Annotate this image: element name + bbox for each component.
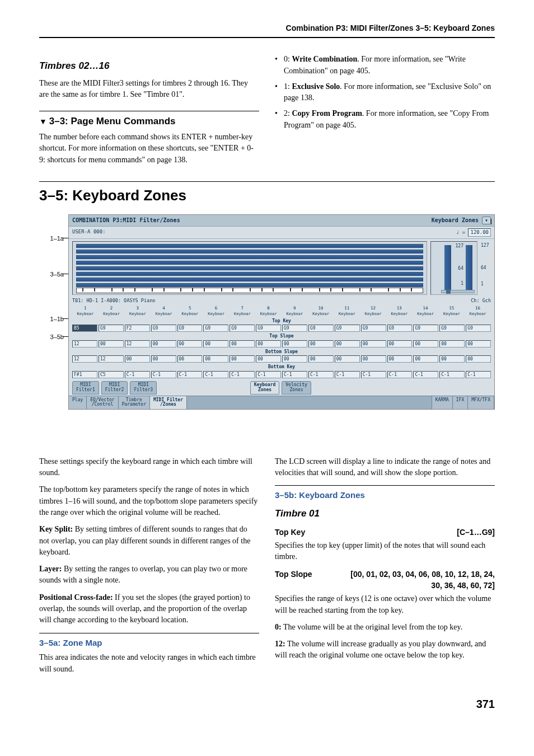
param-field[interactable]: 00: [335, 355, 360, 363]
param-field[interactable]: G9: [335, 325, 360, 332]
param-field[interactable]: 00: [308, 355, 334, 363]
param-field[interactable]: C-1: [439, 371, 465, 378]
track-number: 12: [360, 306, 386, 312]
param-field[interactable]: 12: [72, 355, 97, 363]
main-tab[interactable]: Timbre Parameter: [119, 396, 150, 410]
param-field[interactable]: G9: [256, 325, 281, 332]
param-field[interactable]: 00: [413, 355, 438, 363]
param-field[interactable]: G9: [387, 325, 413, 332]
param-field[interactable]: 00: [177, 355, 203, 363]
param-field[interactable]: 00: [151, 355, 176, 363]
param-field[interactable]: G9: [439, 325, 465, 332]
param-field[interactable]: C5: [99, 371, 124, 378]
param-field[interactable]: 12: [125, 340, 150, 348]
track-number: 1: [72, 306, 99, 312]
param-field[interactable]: G9: [308, 325, 334, 332]
tempo-value[interactable]: 120.00: [468, 228, 491, 237]
track-label: Keyboar: [151, 311, 177, 317]
param-field[interactable]: C-1: [151, 371, 176, 378]
param-field[interactable]: 00: [229, 340, 255, 348]
param-field[interactable]: 00: [203, 355, 228, 363]
track-label: Keyboar: [177, 311, 203, 317]
param-field[interactable]: 00: [151, 340, 176, 348]
lcd-bank-row: USER-A 000: ♩ = 120.00: [69, 227, 494, 239]
param-field[interactable]: 00: [282, 340, 307, 348]
param-field[interactable]: G9: [361, 325, 386, 332]
param-field[interactable]: C-1: [203, 371, 228, 378]
param-field[interactable]: 00: [203, 340, 228, 348]
lcd-screen: COMBINATION P3:MIDI Filter/Zones Keyboar…: [68, 214, 495, 410]
param-field[interactable]: C-1: [335, 371, 360, 378]
param-field[interactable]: G9: [466, 325, 491, 332]
callout-3-5a: 3–5a: [50, 270, 64, 279]
main-tab[interactable]: IFX: [453, 396, 468, 410]
param-field[interactable]: 00: [387, 355, 413, 363]
main-tab[interactable]: KARMA: [432, 396, 453, 410]
callout-1-1b: 1–1b: [50, 315, 64, 324]
param-field[interactable]: G9: [282, 325, 307, 332]
velocity-zone-map[interactable]: 127 64 1: [430, 241, 477, 295]
param-field[interactable]: 00: [335, 340, 360, 348]
param-field[interactable]: 00: [177, 340, 203, 348]
main-tab[interactable]: Play: [69, 396, 87, 410]
param-field[interactable]: 00: [125, 355, 150, 363]
param-field[interactable]: 12: [99, 355, 124, 363]
param-field[interactable]: 00: [387, 340, 413, 348]
param-field[interactable]: F#1: [72, 371, 97, 378]
param-field[interactable]: G9: [177, 325, 203, 332]
param-field[interactable]: G9: [99, 325, 124, 332]
callout-1-1a: 1–1a: [50, 234, 64, 243]
param-field[interactable]: 00: [361, 340, 386, 348]
param-field[interactable]: 00: [256, 340, 281, 348]
sub-tab[interactable]: MIDI Filter1: [72, 381, 99, 395]
param-field[interactable]: C-1: [361, 371, 386, 378]
param-field[interactable]: 00: [413, 340, 438, 348]
right-col-bot: The LCD screen will display a line to in…: [275, 456, 495, 680]
keyboard-zone-map[interactable]: [72, 241, 427, 295]
param-field[interactable]: 00: [466, 355, 491, 363]
param-field[interactable]: 00: [439, 340, 465, 348]
param-field[interactable]: C-1: [177, 371, 203, 378]
param-field[interactable]: 12: [72, 340, 97, 348]
track-number: 16: [465, 306, 491, 312]
track-label: Keyboar: [125, 311, 151, 317]
param-field[interactable]: G9: [229, 325, 255, 332]
param-field[interactable]: 00: [256, 355, 281, 363]
sub-tab[interactable]: Velocity Zones: [282, 381, 311, 395]
param-field[interactable]: C-1: [466, 371, 491, 378]
param-field[interactable]: C-1: [387, 371, 413, 378]
param-field[interactable]: F2: [125, 325, 150, 332]
track-label: Keyboar: [360, 311, 386, 317]
top-columns: Timbres 02…16 These are the MIDI Filter3…: [39, 54, 495, 171]
param-field[interactable]: G9: [413, 325, 438, 332]
param-field[interactable]: C-1: [256, 371, 281, 378]
track-number: 9: [282, 306, 308, 312]
param-field[interactable]: 00: [308, 340, 334, 348]
param-field[interactable]: C-1: [282, 371, 307, 378]
sub-tab[interactable]: MIDI Filter2: [101, 381, 128, 395]
vel-scrollbar[interactable]: [441, 290, 475, 293]
param-field[interactable]: 00: [439, 355, 465, 363]
bot-p1: These settings specify the keyboard rang…: [39, 456, 259, 479]
track-label: Keyboar: [465, 311, 491, 317]
sub-tab[interactable]: MIDI Filter3: [130, 381, 157, 395]
main-tab[interactable]: EQ/Vector /Control: [87, 396, 118, 410]
param-field[interactable]: 00: [282, 355, 307, 363]
param-field[interactable]: G9: [203, 325, 228, 332]
param-field[interactable]: 00: [229, 355, 255, 363]
param-field[interactable]: 00: [99, 340, 124, 348]
timbre-info-left[interactable]: T01: HD-1 I-A000: OASYS Piano: [72, 297, 155, 304]
param-field[interactable]: G9: [151, 325, 176, 332]
main-tab[interactable]: MFX/TFX: [468, 396, 494, 410]
param-field[interactable]: B5: [72, 325, 97, 332]
param-field[interactable]: C-1: [229, 371, 255, 378]
param-field[interactable]: C-1: [308, 371, 334, 378]
pmc-dropdown[interactable]: ▾: [482, 217, 491, 224]
sub-tab[interactable]: Keyboard Zones: [250, 381, 280, 395]
main-tab[interactable]: MIDI Filter /Zones: [150, 396, 187, 410]
param-field[interactable]: 00: [361, 355, 386, 363]
param-field[interactable]: C-1: [413, 371, 438, 378]
lcd-bank[interactable]: USER-A 000:: [72, 228, 106, 237]
param-field[interactable]: C-1: [125, 371, 150, 378]
param-field[interactable]: 00: [466, 340, 491, 348]
